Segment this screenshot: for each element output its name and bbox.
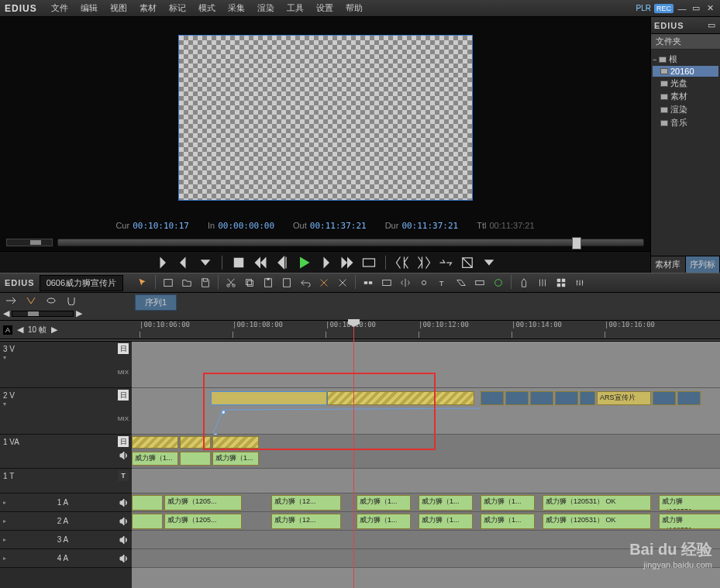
tree-item[interactable]: 光盘 <box>653 77 718 90</box>
track-header-3a[interactable]: ▸3 A <box>0 531 132 549</box>
overwrite-button[interactable] <box>460 255 475 270</box>
project-name[interactable]: 0606威力狮宣传片 <box>40 275 123 291</box>
expand-icon[interactable]: ▸ <box>3 555 6 562</box>
set-out-button[interactable] <box>176 255 191 270</box>
layout-icon[interactable] <box>553 275 570 291</box>
audio-clip[interactable]: 威力狮（12... <box>271 514 341 529</box>
audio-clip[interactable]: 威力狮（120531） OK <box>543 514 651 529</box>
audio-clip[interactable]: 威力狮（1205... <box>164 514 242 529</box>
menu-mode[interactable]: 模式 <box>192 2 222 14</box>
preview-canvas[interactable] <box>178 35 473 201</box>
zoom-out-icon[interactable]: ◀ <box>3 308 9 318</box>
panel-menu-icon[interactable]: ▭ <box>706 20 717 31</box>
audio-clip[interactable]: 威力狮（120531... <box>659 495 720 511</box>
video-toggle-icon[interactable]: 日 <box>118 343 129 354</box>
default-transition-icon[interactable] <box>471 275 488 291</box>
settings-icon[interactable] <box>571 275 588 291</box>
speaker-icon[interactable] <box>119 499 129 507</box>
frame-step-prev[interactable]: ◀ <box>17 325 23 335</box>
sync-icon[interactable] <box>43 294 59 307</box>
keyframe[interactable] <box>221 410 226 414</box>
track-header-2a[interactable]: ▸2 A <box>0 512 132 531</box>
video-clip-thumb[interactable] <box>580 391 595 405</box>
speaker-icon[interactable] <box>119 536 129 544</box>
step-fwd-button[interactable] <box>318 255 333 270</box>
expand-icon[interactable]: ▸ <box>3 536 6 543</box>
tc-in[interactable]: 00:00:00:00 <box>218 221 274 231</box>
ripple-mode-icon[interactable] <box>360 275 377 291</box>
audio-clip[interactable]: 威力狮（1... <box>419 514 473 529</box>
menu-render[interactable]: 渲染 <box>251 2 281 14</box>
va-clip[interactable] <box>132 436 178 449</box>
speaker-icon[interactable] <box>119 555 129 562</box>
video-clip-thumb[interactable] <box>481 391 504 405</box>
track-header-1a[interactable]: ▸1 A <box>0 493 132 512</box>
va-audio-clip[interactable]: 威力狮（1... <box>212 452 259 466</box>
menu-clip[interactable]: 素材 <box>133 2 163 14</box>
dropdown-icon[interactable] <box>198 255 213 270</box>
marker-icon[interactable] <box>515 275 532 291</box>
expand-icon[interactable]: ▸ <box>3 499 6 506</box>
title-toggle-icon[interactable]: T <box>118 470 129 481</box>
tree-item[interactable]: 素材 <box>653 90 718 103</box>
menu-settings[interactable]: 设置 <box>310 2 339 14</box>
video-clip-thumb[interactable] <box>653 391 676 405</box>
menu-edit[interactable]: 编辑 <box>74 2 104 14</box>
tc-cur[interactable]: 00:10:10:17 <box>133 221 189 231</box>
side-tab-bin[interactable]: 素材库 <box>651 256 686 273</box>
audio-clip[interactable] <box>132 514 163 529</box>
menu-help[interactable]: 帮助 <box>339 2 369 14</box>
trim-icon[interactable] <box>397 275 414 291</box>
video-clip-thumb[interactable] <box>530 391 553 405</box>
audio-clip[interactable]: 威力狮（1... <box>481 495 535 511</box>
tc-out[interactable]: 00:11:37:21 <box>310 221 367 231</box>
video-clip[interactable] <box>327 391 474 405</box>
new-sequence-icon[interactable] <box>160 275 177 291</box>
track-header-3v[interactable]: 3 V日 ▾ MIX <box>0 342 132 388</box>
tc-dur[interactable]: 00:11:37:21 <box>401 221 458 231</box>
copy-icon[interactable] <box>241 275 258 291</box>
video-clip-thumb[interactable] <box>677 391 701 405</box>
track-header-1va[interactable]: 1 VA日 <box>0 435 132 469</box>
video-clip-thumb[interactable] <box>555 391 578 405</box>
save-icon[interactable] <box>197 275 214 291</box>
va-clip[interactable] <box>212 436 259 449</box>
loop-button[interactable] <box>361 255 377 270</box>
prev-edit-button[interactable] <box>394 255 410 270</box>
menu-capture[interactable]: 采集 <box>222 2 251 14</box>
track-header-2v[interactable]: 2 V日 ▾ MIX <box>0 388 132 435</box>
zoom-slider[interactable] <box>12 311 74 317</box>
transition-icon[interactable] <box>453 275 470 291</box>
delete-ripple-icon[interactable] <box>315 275 332 291</box>
audio-clip[interactable]: 威力狮（1... <box>357 495 411 511</box>
audio-clip[interactable]: 威力狮（1... <box>419 495 473 511</box>
menu-marker[interactable]: 标记 <box>163 2 192 14</box>
audio-mixer-icon[interactable] <box>534 275 551 291</box>
menu-view[interactable]: 视图 <box>104 2 133 14</box>
speaker-icon[interactable] <box>119 518 129 525</box>
paste-insert-icon[interactable] <box>278 275 295 291</box>
frame-step-next[interactable]: ▶ <box>51 325 57 335</box>
scrub-handle[interactable] <box>572 237 581 249</box>
menu-tools[interactable]: 工具 <box>281 2 310 14</box>
audio-clip[interactable]: 威力狮（12... <box>271 495 341 511</box>
zoom-level-label[interactable]: 10 帧 <box>28 325 47 335</box>
va-audio-clip[interactable] <box>180 452 211 466</box>
zoom-in-icon[interactable]: ▶ <box>76 308 82 318</box>
title-icon[interactable]: T <box>434 275 451 291</box>
link-icon[interactable] <box>415 275 432 291</box>
snap-icon[interactable] <box>23 294 39 307</box>
fastfwd-button[interactable] <box>339 255 355 270</box>
track-header-1t[interactable]: 1 TT <box>0 469 132 493</box>
audio-clip[interactable]: 威力狮（1205... <box>164 495 242 511</box>
magnet-icon[interactable] <box>64 294 79 307</box>
track-header-4a[interactable]: ▸4 A <box>0 549 132 568</box>
expand-icon[interactable]: ▾ <box>3 401 129 407</box>
cursor-tool-icon[interactable] <box>134 275 151 291</box>
cut-icon[interactable] <box>222 275 239 291</box>
stop-button[interactable] <box>231 255 246 270</box>
insert-button[interactable] <box>438 255 453 270</box>
video-toggle-icon[interactable]: 日 <box>118 436 129 447</box>
tree-item[interactable]: 音乐 <box>653 116 718 129</box>
folder-tree[interactable]: −根 20160 光盘 素材 渲染 音乐 <box>651 50 720 132</box>
